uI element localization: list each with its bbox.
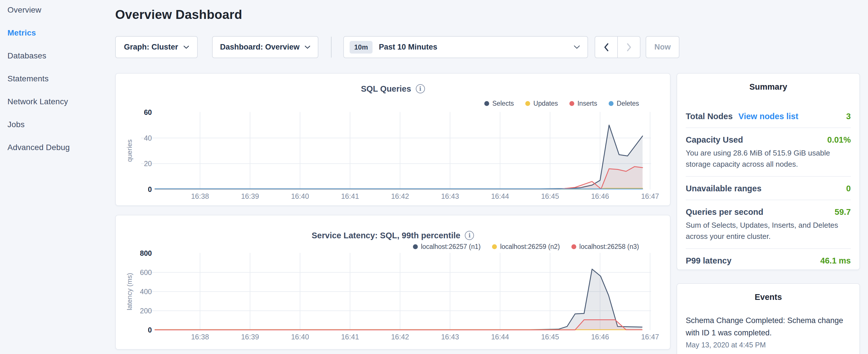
service-latency-title: Service Latency: SQL, 99th percentile i [116, 231, 670, 240]
prev-range-button[interactable] [595, 37, 618, 58]
x-axis-tick-label: 16:41 [341, 192, 359, 200]
sidebar-item-advanced-debug[interactable]: Advanced Debug [7, 143, 115, 152]
x-axis-tick-label: 16:42 [391, 192, 409, 200]
x-axis-tick-label: 16:40 [291, 192, 309, 200]
legend-item: Deletes [609, 100, 639, 107]
legend-label: Selects [492, 100, 514, 107]
x-axis-tick-label: 16:43 [441, 192, 459, 200]
legend-dot-icon [413, 244, 418, 249]
series-area [155, 167, 643, 189]
x-axis-tick-label: 16:38 [191, 333, 209, 341]
legend-dot-icon [571, 244, 576, 249]
summary-value: 59.7 [835, 207, 851, 217]
x-axis-tick-label: 16:42 [391, 333, 409, 341]
legend-dot-icon [525, 101, 530, 106]
summary-row: P99 latency46.1 ms [686, 249, 851, 272]
graph-dropdown-label: Graph: Cluster [124, 43, 178, 52]
graph-dropdown[interactable]: Graph: Cluster [115, 36, 198, 58]
summary-description: You are using 28.6 MiB of 515.9 GiB usab… [686, 148, 851, 170]
x-axis-tick-label: 16:39 [241, 192, 259, 200]
legend-item: Selects [484, 100, 514, 107]
legend-item: localhost:26259 (n2) [492, 243, 560, 251]
sidebar-item-network-latency[interactable]: Network Latency [7, 97, 115, 106]
x-axis-tick-label: 16:46 [591, 333, 609, 341]
x-axis-tick-label: 16:46 [591, 192, 609, 200]
x-axis-tick-label: 16:43 [441, 333, 459, 341]
chevron-down-icon [574, 45, 580, 49]
view-nodes-link[interactable]: View nodes list [739, 112, 798, 121]
time-range-badge: 10m [350, 41, 373, 54]
time-range-label: Past 10 Minutes [379, 43, 437, 52]
y-axis-tick-label: 40 [144, 134, 152, 142]
sql-queries-title: SQL Queries i [116, 84, 670, 93]
time-window-dropdown[interactable]: 10m Past 10 Minutes [343, 36, 588, 58]
service-latency-card: Service Latency: SQL, 99th percentile i … [115, 215, 671, 350]
summary-label: P99 latency [686, 256, 732, 265]
x-axis-tick-label: 16:44 [491, 192, 509, 200]
event-timestamp: May 13, 2020 at 4:45 PM [686, 341, 851, 349]
controls-divider [331, 37, 332, 58]
legend-label: localhost:26257 (n1) [421, 243, 480, 251]
y-axis-title: latency (ms) [127, 273, 133, 311]
sql-queries-legend: SelectsUpdatesInsertsDeletes [484, 100, 639, 107]
sidebar: OverviewMetricsDatabasesStatementsNetwor… [0, 0, 115, 354]
chevron-down-icon [305, 45, 310, 49]
y-axis-tick-label: 600 [140, 268, 152, 277]
legend-item: localhost:26257 (n1) [413, 243, 480, 251]
events-title: Events [677, 292, 859, 302]
page-title: Overview Dashboard [115, 7, 242, 22]
legend-label: localhost:26258 (n3) [580, 243, 639, 251]
series-area [155, 269, 642, 330]
summary-value: 0 [846, 184, 851, 193]
sidebar-item-databases[interactable]: Databases [7, 52, 115, 60]
summary-label: Capacity Used [686, 135, 743, 144]
sidebar-item-metrics[interactable]: Metrics [7, 29, 115, 37]
x-axis-tick-label: 16:40 [291, 333, 309, 341]
summary-row: Queries per second59.7Sum of Selects, Up… [686, 200, 851, 249]
legend-label: Updates [533, 100, 558, 107]
service-latency-chart[interactable]: 16:3816:3916:4016:4116:4216:4316:4416:45… [127, 250, 662, 344]
summary-row: Total NodesView nodes list3 [686, 112, 851, 128]
info-icon[interactable]: i [416, 84, 425, 93]
y-axis-tick-label: 0 [148, 185, 152, 193]
series-line [155, 125, 643, 189]
legend-dot-icon [609, 101, 614, 106]
service-latency-legend: localhost:26257 (n1)localhost:26259 (n2)… [413, 243, 639, 251]
now-button: Now [646, 36, 679, 58]
x-axis-tick-label: 16:38 [191, 192, 209, 200]
summary-card: Summary Total NodesView nodes list3Capac… [677, 73, 860, 270]
summary-value: 3 [846, 112, 851, 121]
chevron-down-icon [183, 45, 189, 49]
legend-label: Deletes [617, 100, 639, 107]
x-axis-tick-label: 16:47 [641, 192, 659, 200]
x-axis-tick-label: 16:41 [341, 333, 359, 341]
y-axis-tick-label: 400 [140, 288, 152, 296]
event-item[interactable]: Schema Change Completed: Schema change w… [677, 315, 859, 349]
dashboard-dropdown[interactable]: Dashboard: Overview [212, 36, 318, 58]
chevron-left-icon [603, 43, 609, 52]
y-axis-tick-label: 200 [140, 307, 152, 315]
sql-queries-chart[interactable]: 16:3816:3916:4016:4116:4216:4316:4416:45… [127, 106, 662, 201]
summary-description: Sum of Selects, Updates, Inserts, and De… [686, 220, 851, 242]
y-axis-title: queries [127, 139, 133, 162]
legend-item: localhost:26258 (n3) [571, 243, 639, 251]
y-axis-tick-label: 0 [148, 326, 152, 334]
x-axis-tick-label: 16:45 [541, 333, 559, 341]
sidebar-item-overview[interactable]: Overview [7, 6, 115, 14]
event-message: Schema Change Completed: Schema change w… [686, 315, 851, 339]
dashboard-dropdown-label: Dashboard: Overview [220, 43, 300, 52]
summary-body: Total NodesView nodes list3Capacity Used… [677, 112, 859, 272]
sidebar-item-statements[interactable]: Statements [7, 74, 115, 83]
x-axis-tick-label: 16:39 [241, 333, 259, 341]
sidebar-item-jobs[interactable]: Jobs [7, 120, 115, 129]
time-pager [595, 36, 641, 58]
series-area [155, 125, 643, 189]
sidebar-nav: OverviewMetricsDatabasesStatementsNetwor… [0, 0, 115, 152]
legend-label: Inserts [578, 100, 597, 107]
chart-title-text: SQL Queries [361, 84, 411, 93]
info-icon[interactable]: i [465, 231, 474, 240]
legend-item: Updates [525, 100, 558, 107]
events-card: Events Schema Change Completed: Schema c… [677, 283, 860, 354]
series-line [155, 167, 643, 189]
summary-row: Unavailable ranges0 [686, 177, 851, 200]
